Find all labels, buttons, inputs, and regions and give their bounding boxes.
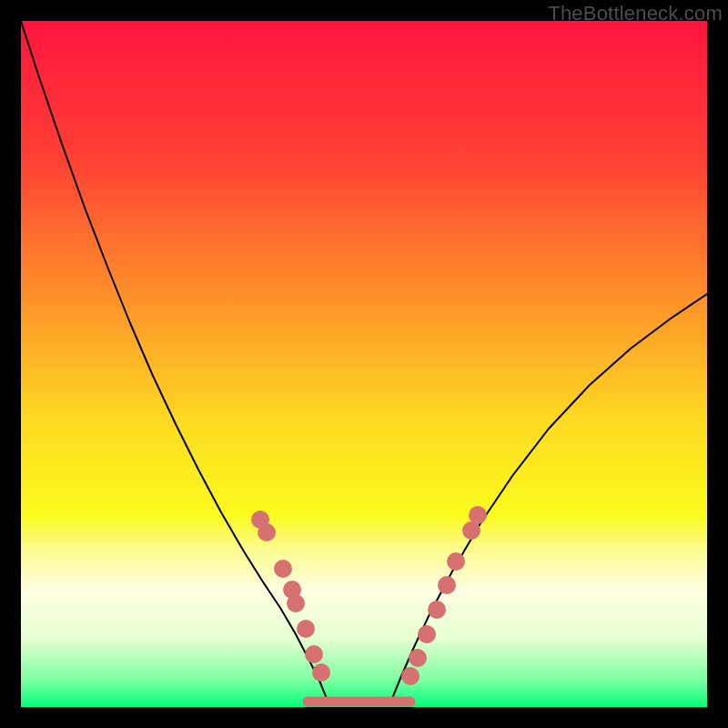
data-marker	[258, 523, 276, 541]
data-marker	[312, 663, 330, 682]
chart-stage: TheBottleneck.com	[0, 0, 728, 728]
data-marker	[469, 506, 487, 524]
data-marker	[305, 645, 323, 663]
chart-svg	[21, 21, 707, 707]
data-marker	[438, 576, 456, 594]
data-marker	[428, 601, 446, 619]
data-marker	[401, 667, 420, 685]
data-marker	[447, 552, 465, 571]
data-marker	[274, 560, 292, 578]
background-rect	[21, 21, 707, 707]
data-marker	[409, 649, 427, 667]
data-marker	[418, 625, 436, 643]
data-marker	[287, 594, 305, 612]
data-marker	[297, 620, 315, 638]
plot-area	[21, 21, 707, 707]
